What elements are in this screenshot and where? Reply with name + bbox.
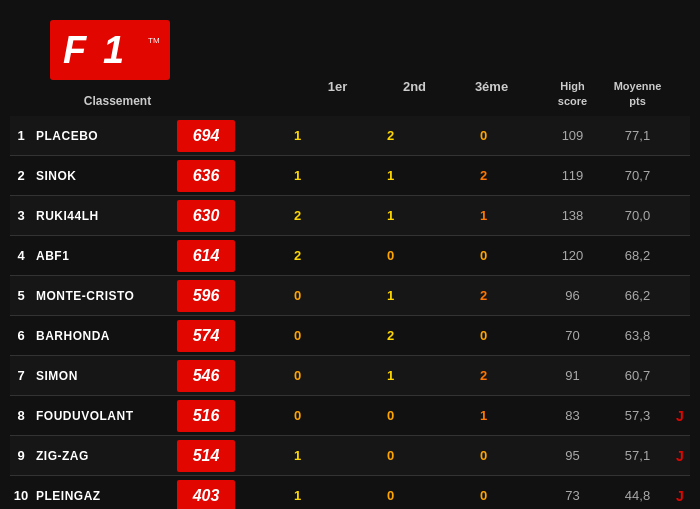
moy-cell: 44,8 — [605, 488, 670, 503]
rank-cell: 5 — [10, 288, 32, 303]
p3-cell: 2 — [437, 368, 530, 383]
moy-cell: 63,8 — [605, 328, 670, 343]
rank-cell: 9 — [10, 448, 32, 463]
f1-logo: F 1 TM — [50, 20, 170, 80]
moy-cell: 60,7 — [605, 368, 670, 383]
p2-cell: 0 — [344, 248, 437, 263]
hs-cell: 91 — [540, 368, 605, 383]
svg-text:1: 1 — [103, 29, 124, 71]
p3-cell: 0 — [437, 328, 530, 343]
name-cell: RUKI44LH — [32, 209, 177, 223]
score-badge: 630 — [177, 200, 235, 232]
score-badge: 694 — [177, 120, 235, 152]
p3-cell: 0 — [437, 248, 530, 263]
name-cell: ABF1 — [32, 249, 177, 263]
table-row: 2 SINOK 636 1 1 2 119 70,7 — [10, 156, 690, 196]
hs-cell: 138 — [540, 208, 605, 223]
table-row: 7 SIMON 546 0 1 2 91 60,7 — [10, 356, 690, 396]
p2-cell: 2 — [344, 128, 437, 143]
hs-cell: 109 — [540, 128, 605, 143]
p2-cell: 2 — [344, 328, 437, 343]
moy-cell: 70,7 — [605, 168, 670, 183]
moy-cell: 70,0 — [605, 208, 670, 223]
logo-area: F 1 TM — [10, 10, 210, 90]
name-cell: FOUDUVOLANT — [32, 409, 177, 423]
p1-cell: 1 — [251, 168, 344, 183]
p3-cell: 0 — [437, 128, 530, 143]
score-badge: 403 — [177, 480, 235, 510]
table-row: 6 BARHONDA 574 0 2 0 70 63,8 — [10, 316, 690, 356]
rank-cell: 2 — [10, 168, 32, 183]
score-badge: 516 — [177, 400, 235, 432]
score-badge: 546 — [177, 360, 235, 392]
p1-cell: 1 — [251, 448, 344, 463]
score-badge: 636 — [177, 160, 235, 192]
moy-cell: 57,3 — [605, 408, 670, 423]
p3-cell: 2 — [437, 288, 530, 303]
p3-cell: 1 — [437, 408, 530, 423]
col-header-3eme: 3éme — [453, 79, 530, 108]
joker-cell: J — [670, 408, 690, 424]
p2-cell: 1 — [344, 208, 437, 223]
p3-cell: 0 — [437, 488, 530, 503]
rank-cell: 10 — [10, 488, 32, 503]
p1-cell: 2 — [251, 248, 344, 263]
table-row: 8 FOUDUVOLANT 516 0 0 1 83 57,3 J — [10, 396, 690, 436]
p1-cell: 0 — [251, 328, 344, 343]
table-row: 3 RUKI44LH 630 2 1 1 138 70,0 — [10, 196, 690, 236]
moy-cell: 77,1 — [605, 128, 670, 143]
hs-cell: 96 — [540, 288, 605, 303]
p3-cell: 1 — [437, 208, 530, 223]
name-cell: BARHONDA — [32, 329, 177, 343]
p1-cell: 0 — [251, 288, 344, 303]
p2-cell: 0 — [344, 488, 437, 503]
table-row: 5 MONTE-CRISTO 596 0 1 2 96 66,2 — [10, 276, 690, 316]
name-cell: PLACEBO — [32, 129, 177, 143]
rank-cell: 1 — [10, 128, 32, 143]
p2-cell: 1 — [344, 168, 437, 183]
name-cell: ZIG-ZAG — [32, 449, 177, 463]
rank-cell: 8 — [10, 408, 32, 423]
col-header-moyenne: Moyennepts — [605, 79, 670, 108]
col-header-1er: 1er — [299, 79, 376, 108]
name-cell: SINOK — [32, 169, 177, 183]
rank-cell: 6 — [10, 328, 32, 343]
hs-cell: 120 — [540, 248, 605, 263]
rank-cell: 4 — [10, 248, 32, 263]
p1-cell: 0 — [251, 408, 344, 423]
p3-cell: 2 — [437, 168, 530, 183]
moy-cell: 66,2 — [605, 288, 670, 303]
main-container: F 1 TM Classement 1er 2nd — [0, 0, 700, 509]
rank-cell: 3 — [10, 208, 32, 223]
moy-cell: 68,2 — [605, 248, 670, 263]
p1-cell: 2 — [251, 208, 344, 223]
p1-cell: 1 — [251, 128, 344, 143]
table-row: 10 PLEINGAZ 403 1 0 0 73 44,8 J — [10, 476, 690, 509]
p1-cell: 1 — [251, 488, 344, 503]
col-header-highscore: Highscore — [540, 79, 605, 108]
name-cell: SIMON — [32, 369, 177, 383]
hs-cell: 95 — [540, 448, 605, 463]
p2-cell: 0 — [344, 448, 437, 463]
joker-cell: J — [670, 488, 690, 504]
table-row: 1 PLACEBO 694 1 2 0 109 77,1 — [10, 116, 690, 156]
p2-cell: 1 — [344, 368, 437, 383]
hs-cell: 119 — [540, 168, 605, 183]
col-header-2nd: 2nd — [376, 79, 453, 108]
svg-text:F: F — [63, 29, 88, 71]
name-cell: MONTE-CRISTO — [32, 289, 177, 303]
moy-cell: 57,1 — [605, 448, 670, 463]
p2-cell: 0 — [344, 408, 437, 423]
classement-label: Classement — [10, 90, 225, 112]
score-badge: 574 — [177, 320, 235, 352]
name-cell: PLEINGAZ — [32, 489, 177, 503]
score-badge: 596 — [177, 280, 235, 312]
rank-cell: 7 — [10, 368, 32, 383]
leaderboard-table: 1 PLACEBO 694 1 2 0 109 77,1 2 SINOK 636… — [10, 116, 690, 509]
score-badge: 514 — [177, 440, 235, 472]
table-row: 9 ZIG-ZAG 514 1 0 0 95 57,1 J — [10, 436, 690, 476]
hs-cell: 70 — [540, 328, 605, 343]
table-row: 4 ABF1 614 2 0 0 120 68,2 — [10, 236, 690, 276]
score-badge: 614 — [177, 240, 235, 272]
svg-text:TM: TM — [148, 36, 160, 45]
